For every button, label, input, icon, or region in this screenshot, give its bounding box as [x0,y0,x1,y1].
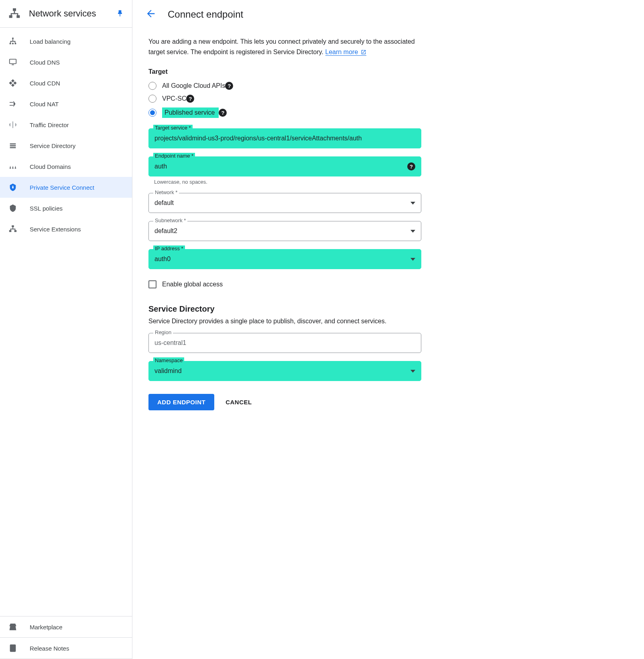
network-field[interactable]: Network * default [148,193,421,213]
field-value: us-central1 [154,339,415,347]
service-directory-desc: Service Directory provides a single plac… [148,318,421,325]
network-services-icon [8,7,21,20]
nav-label: Service Extensions [30,226,81,233]
namespace-field[interactable]: Namespace validmind [148,361,421,381]
nav-label: Marketplace [30,624,63,631]
svg-rect-0 [13,8,16,11]
nav-label: Cloud Domains [30,163,71,170]
dropdown-caret-icon [410,230,415,233]
external-link-icon [361,49,366,55]
radio-input[interactable] [148,109,156,117]
field-value: auth [154,163,403,170]
field-label: Subnetwork * [153,217,187,223]
target-service-field[interactable]: Target service * projects/validmind-us3-… [148,128,421,148]
learn-more-link[interactable]: Learn more [325,49,366,56]
svg-rect-14 [12,225,14,227]
sidebar-item-cloud-domains[interactable]: Cloud Domains [0,156,132,177]
sidebar-item-private-service-connect[interactable]: Private Service Connect [0,177,132,198]
radio-input[interactable] [148,95,156,103]
private-service-connect-icon [8,182,18,192]
sidebar-item-load-balancing[interactable]: Load balancing [0,31,132,52]
sidebar-item-ssl-policies[interactable]: SSL policies [0,198,132,219]
field-value: projects/validmind-us3-prod/regions/us-c… [154,135,415,142]
svg-rect-8 [12,65,14,65]
sidebar-item-traffic-director[interactable]: Traffic Director [0,114,132,135]
sidebar-item-service-directory[interactable]: Service Directory [0,135,132,156]
nav-label: Cloud CDN [30,80,60,87]
svg-rect-7 [10,59,16,64]
cloud-dns-icon [8,57,18,67]
svg-rect-10 [10,145,16,146]
field-label: Network * [153,189,179,195]
sidebar-nav: Load balancing Cloud DNS Cloud CDN Cloud… [0,28,132,616]
svg-rect-6 [15,43,16,45]
sidebar-item-cloud-cdn[interactable]: Cloud CDN [0,73,132,93]
sidebar-item-marketplace[interactable]: Marketplace [0,616,132,638]
endpoint-name-helper: Lowercase, no spaces. [148,179,421,185]
ssl-policies-icon [8,203,18,213]
dropdown-caret-icon [410,258,415,261]
svg-rect-16 [14,230,16,232]
main: Connect endpoint You are adding a new en… [132,0,644,659]
release-notes-icon [8,643,18,653]
service-directory-heading: Service Directory [148,304,421,314]
enable-global-access-checkbox[interactable]: Enable global access [148,280,421,288]
add-endpoint-button[interactable]: ADD ENDPOINT [148,394,214,410]
svg-rect-1 [9,15,12,18]
subnetwork-field[interactable]: Subnetwork * default2 [148,221,421,241]
radio-label: Published service [162,107,219,118]
radio-input[interactable] [148,82,156,90]
checkbox-icon[interactable] [148,280,156,288]
nav-label: Cloud NAT [30,101,59,107]
field-label: Target service * [153,125,193,131]
field-value: validmind [154,367,406,375]
help-icon[interactable]: ? [225,82,233,90]
nav-label: Private Service Connect [30,184,94,191]
sidebar-item-release-notes[interactable]: Release Notes [0,638,132,659]
svg-rect-15 [9,230,12,232]
field-value: default2 [154,227,406,235]
traffic-director-icon [8,120,18,130]
pin-icon[interactable] [116,9,124,18]
endpoint-name-field[interactable]: Endpoint name * auth ? [148,156,421,176]
nav-label: Traffic Director [30,122,69,128]
nav-label: Cloud DNS [30,59,60,66]
region-field: Region us-central1 [148,333,421,353]
help-icon[interactable]: ? [186,95,194,103]
svg-rect-3 [12,38,14,39]
nav-label: Load balancing [30,38,71,45]
svg-rect-11 [10,147,16,148]
radio-label: VPC-SC [162,95,186,102]
help-icon[interactable]: ? [219,109,227,117]
nav-label: Service Directory [30,142,75,149]
field-label: IP address * [153,245,185,251]
field-value: auth0 [154,255,406,263]
radio-label: All Google Cloud APIs [162,82,225,89]
load-balancing-icon [8,36,18,46]
field-label: Namespace [153,357,184,363]
target-radio-vpc-sc[interactable]: VPC-SC ? [148,92,421,105]
cloud-domains-icon [8,162,18,171]
back-arrow-icon[interactable] [145,8,168,20]
dropdown-caret-icon [410,370,415,373]
main-header: Connect endpoint [132,0,644,28]
svg-rect-2 [16,15,20,18]
cancel-button[interactable]: CANCEL [226,399,252,406]
ip-address-field[interactable]: IP address * auth0 [148,249,421,269]
field-label: Region [153,329,173,335]
sidebar-item-cloud-nat[interactable]: Cloud NAT [0,93,132,114]
marketplace-icon [8,622,18,632]
nav-label: SSL policies [30,205,63,212]
help-icon[interactable]: ? [407,162,415,170]
target-radio-published-service[interactable]: Published service ? [148,105,421,120]
page-title: Connect endpoint [168,9,243,20]
service-extensions-icon [8,224,18,234]
sidebar-item-service-extensions[interactable]: Service Extensions [0,219,132,239]
target-radio-all-apis[interactable]: All Google Cloud APIs ? [148,79,421,92]
checkbox-label: Enable global access [162,281,223,288]
sidebar-item-cloud-dns[interactable]: Cloud DNS [0,52,132,73]
cloud-nat-icon [8,99,18,109]
nav-label: Release Notes [30,645,69,652]
cloud-cdn-icon [8,78,18,88]
svg-rect-5 [12,43,14,45]
